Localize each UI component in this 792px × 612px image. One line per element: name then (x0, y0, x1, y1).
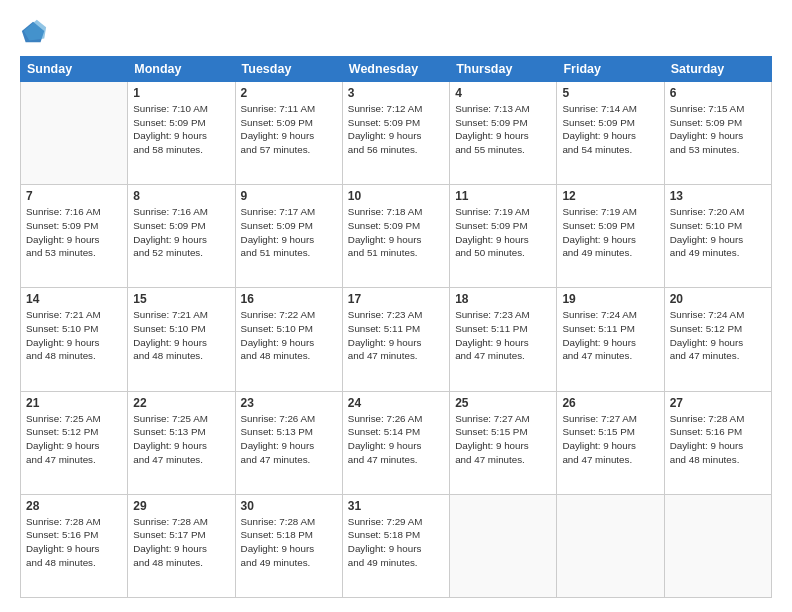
calendar-cell: 31Sunrise: 7:29 AMSunset: 5:18 PMDayligh… (342, 494, 449, 597)
day-info: Sunrise: 7:13 AMSunset: 5:09 PMDaylight:… (455, 102, 551, 157)
day-number: 8 (133, 189, 229, 203)
calendar-week-row: 7Sunrise: 7:16 AMSunset: 5:09 PMDaylight… (21, 185, 772, 288)
calendar-header-row: SundayMondayTuesdayWednesdayThursdayFrid… (21, 57, 772, 82)
calendar-cell: 6Sunrise: 7:15 AMSunset: 5:09 PMDaylight… (664, 82, 771, 185)
day-number: 4 (455, 86, 551, 100)
calendar-cell: 2Sunrise: 7:11 AMSunset: 5:09 PMDaylight… (235, 82, 342, 185)
day-info: Sunrise: 7:26 AMSunset: 5:14 PMDaylight:… (348, 412, 444, 467)
day-number: 5 (562, 86, 658, 100)
day-info: Sunrise: 7:28 AMSunset: 5:18 PMDaylight:… (241, 515, 337, 570)
day-number: 18 (455, 292, 551, 306)
day-number: 26 (562, 396, 658, 410)
calendar-cell: 17Sunrise: 7:23 AMSunset: 5:11 PMDayligh… (342, 288, 449, 391)
weekday-header-tuesday: Tuesday (235, 57, 342, 82)
day-info: Sunrise: 7:27 AMSunset: 5:15 PMDaylight:… (562, 412, 658, 467)
day-info: Sunrise: 7:23 AMSunset: 5:11 PMDaylight:… (455, 308, 551, 363)
day-number: 23 (241, 396, 337, 410)
day-number: 3 (348, 86, 444, 100)
day-number: 25 (455, 396, 551, 410)
calendar-cell: 7Sunrise: 7:16 AMSunset: 5:09 PMDaylight… (21, 185, 128, 288)
calendar-cell: 28Sunrise: 7:28 AMSunset: 5:16 PMDayligh… (21, 494, 128, 597)
calendar-cell (664, 494, 771, 597)
day-number: 14 (26, 292, 122, 306)
day-number: 11 (455, 189, 551, 203)
calendar-cell: 13Sunrise: 7:20 AMSunset: 5:10 PMDayligh… (664, 185, 771, 288)
day-number: 16 (241, 292, 337, 306)
calendar-week-row: 1Sunrise: 7:10 AMSunset: 5:09 PMDaylight… (21, 82, 772, 185)
weekday-header-monday: Monday (128, 57, 235, 82)
weekday-header-sunday: Sunday (21, 57, 128, 82)
day-number: 1 (133, 86, 229, 100)
day-info: Sunrise: 7:28 AMSunset: 5:16 PMDaylight:… (670, 412, 766, 467)
day-number: 19 (562, 292, 658, 306)
day-info: Sunrise: 7:10 AMSunset: 5:09 PMDaylight:… (133, 102, 229, 157)
day-number: 22 (133, 396, 229, 410)
day-info: Sunrise: 7:29 AMSunset: 5:18 PMDaylight:… (348, 515, 444, 570)
day-info: Sunrise: 7:28 AMSunset: 5:16 PMDaylight:… (26, 515, 122, 570)
day-info: Sunrise: 7:20 AMSunset: 5:10 PMDaylight:… (670, 205, 766, 260)
day-info: Sunrise: 7:12 AMSunset: 5:09 PMDaylight:… (348, 102, 444, 157)
day-info: Sunrise: 7:25 AMSunset: 5:12 PMDaylight:… (26, 412, 122, 467)
day-info: Sunrise: 7:16 AMSunset: 5:09 PMDaylight:… (26, 205, 122, 260)
calendar-cell (21, 82, 128, 185)
day-number: 28 (26, 499, 122, 513)
calendar-week-row: 28Sunrise: 7:28 AMSunset: 5:16 PMDayligh… (21, 494, 772, 597)
weekday-header-wednesday: Wednesday (342, 57, 449, 82)
day-info: Sunrise: 7:27 AMSunset: 5:15 PMDaylight:… (455, 412, 551, 467)
day-info: Sunrise: 7:25 AMSunset: 5:13 PMDaylight:… (133, 412, 229, 467)
calendar-cell: 11Sunrise: 7:19 AMSunset: 5:09 PMDayligh… (450, 185, 557, 288)
day-info: Sunrise: 7:19 AMSunset: 5:09 PMDaylight:… (562, 205, 658, 260)
day-number: 2 (241, 86, 337, 100)
calendar-cell: 1Sunrise: 7:10 AMSunset: 5:09 PMDaylight… (128, 82, 235, 185)
day-number: 13 (670, 189, 766, 203)
day-number: 7 (26, 189, 122, 203)
day-number: 20 (670, 292, 766, 306)
day-number: 9 (241, 189, 337, 203)
calendar-cell: 15Sunrise: 7:21 AMSunset: 5:10 PMDayligh… (128, 288, 235, 391)
calendar-cell: 8Sunrise: 7:16 AMSunset: 5:09 PMDaylight… (128, 185, 235, 288)
weekday-header-friday: Friday (557, 57, 664, 82)
calendar-table: SundayMondayTuesdayWednesdayThursdayFrid… (20, 56, 772, 598)
day-info: Sunrise: 7:24 AMSunset: 5:11 PMDaylight:… (562, 308, 658, 363)
day-info: Sunrise: 7:26 AMSunset: 5:13 PMDaylight:… (241, 412, 337, 467)
calendar-cell: 30Sunrise: 7:28 AMSunset: 5:18 PMDayligh… (235, 494, 342, 597)
calendar-cell: 22Sunrise: 7:25 AMSunset: 5:13 PMDayligh… (128, 391, 235, 494)
calendar-week-row: 21Sunrise: 7:25 AMSunset: 5:12 PMDayligh… (21, 391, 772, 494)
day-number: 30 (241, 499, 337, 513)
day-info: Sunrise: 7:17 AMSunset: 5:09 PMDaylight:… (241, 205, 337, 260)
day-info: Sunrise: 7:18 AMSunset: 5:09 PMDaylight:… (348, 205, 444, 260)
calendar-cell: 5Sunrise: 7:14 AMSunset: 5:09 PMDaylight… (557, 82, 664, 185)
calendar-cell: 29Sunrise: 7:28 AMSunset: 5:17 PMDayligh… (128, 494, 235, 597)
calendar-cell: 24Sunrise: 7:26 AMSunset: 5:14 PMDayligh… (342, 391, 449, 494)
calendar-cell: 21Sunrise: 7:25 AMSunset: 5:12 PMDayligh… (21, 391, 128, 494)
day-info: Sunrise: 7:23 AMSunset: 5:11 PMDaylight:… (348, 308, 444, 363)
calendar-week-row: 14Sunrise: 7:21 AMSunset: 5:10 PMDayligh… (21, 288, 772, 391)
calendar-cell: 14Sunrise: 7:21 AMSunset: 5:10 PMDayligh… (21, 288, 128, 391)
calendar-cell: 4Sunrise: 7:13 AMSunset: 5:09 PMDaylight… (450, 82, 557, 185)
calendar-cell (557, 494, 664, 597)
calendar-cell: 3Sunrise: 7:12 AMSunset: 5:09 PMDaylight… (342, 82, 449, 185)
header (20, 18, 772, 46)
day-number: 12 (562, 189, 658, 203)
day-number: 24 (348, 396, 444, 410)
day-number: 21 (26, 396, 122, 410)
day-info: Sunrise: 7:28 AMSunset: 5:17 PMDaylight:… (133, 515, 229, 570)
calendar-cell: 16Sunrise: 7:22 AMSunset: 5:10 PMDayligh… (235, 288, 342, 391)
day-info: Sunrise: 7:15 AMSunset: 5:09 PMDaylight:… (670, 102, 766, 157)
calendar-cell: 10Sunrise: 7:18 AMSunset: 5:09 PMDayligh… (342, 185, 449, 288)
day-info: Sunrise: 7:16 AMSunset: 5:09 PMDaylight:… (133, 205, 229, 260)
calendar-cell: 25Sunrise: 7:27 AMSunset: 5:15 PMDayligh… (450, 391, 557, 494)
day-info: Sunrise: 7:22 AMSunset: 5:10 PMDaylight:… (241, 308, 337, 363)
day-info: Sunrise: 7:11 AMSunset: 5:09 PMDaylight:… (241, 102, 337, 157)
calendar-cell: 12Sunrise: 7:19 AMSunset: 5:09 PMDayligh… (557, 185, 664, 288)
day-number: 27 (670, 396, 766, 410)
day-number: 31 (348, 499, 444, 513)
calendar-cell: 20Sunrise: 7:24 AMSunset: 5:12 PMDayligh… (664, 288, 771, 391)
calendar-cell: 18Sunrise: 7:23 AMSunset: 5:11 PMDayligh… (450, 288, 557, 391)
page: SundayMondayTuesdayWednesdayThursdayFrid… (0, 0, 792, 612)
day-number: 17 (348, 292, 444, 306)
weekday-header-saturday: Saturday (664, 57, 771, 82)
calendar-cell: 27Sunrise: 7:28 AMSunset: 5:16 PMDayligh… (664, 391, 771, 494)
day-info: Sunrise: 7:24 AMSunset: 5:12 PMDaylight:… (670, 308, 766, 363)
day-number: 10 (348, 189, 444, 203)
